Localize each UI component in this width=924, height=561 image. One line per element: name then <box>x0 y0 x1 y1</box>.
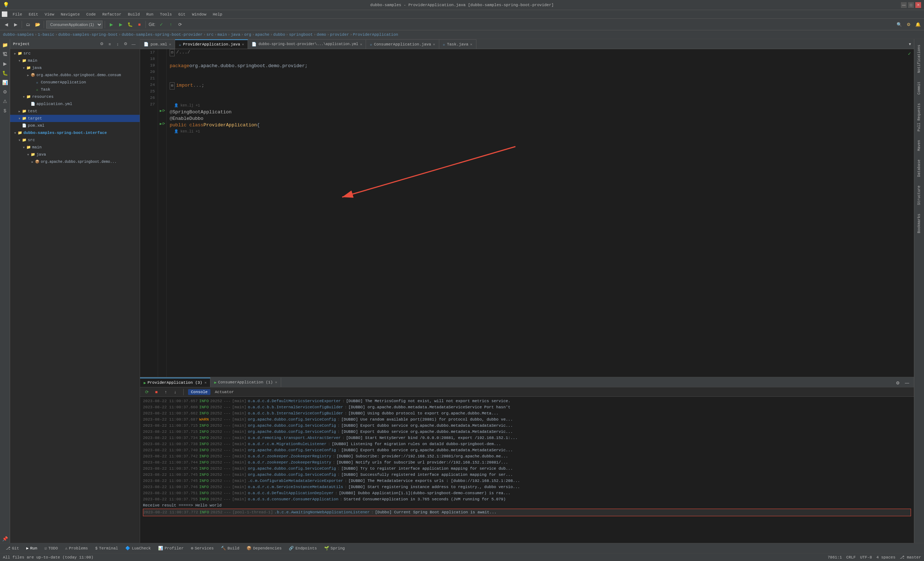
panel-collapse-btn[interactable]: ≡ <box>106 41 113 47</box>
status-files-uptodate[interactable]: All files are up-to-date (today 11:00) <box>3 555 93 560</box>
panel-gear-btn[interactable]: ⚙ <box>122 41 129 47</box>
run-tool-btn[interactable]: ▶ Run <box>24 544 40 552</box>
breadcrumb-src[interactable]: src <box>207 33 214 37</box>
right-tab-pull-requests[interactable]: Pull Requests <box>916 100 922 134</box>
tab-close-consumerapp[interactable]: ✕ <box>433 42 435 46</box>
bottom-settings-btn[interactable]: ⚙ <box>894 379 902 387</box>
status-charset[interactable]: UTF-8 <box>860 555 872 560</box>
notification-button[interactable]: 🔔 <box>914 21 922 28</box>
breadcrumb-dubbo-samples[interactable]: dubbo-samples <box>3 33 34 37</box>
dependencies-tool-btn[interactable]: 📦 Dependencies <box>244 544 284 552</box>
scroll-up-btn[interactable]: ↑ <box>162 388 170 396</box>
tab-close-pomxml[interactable]: ✕ <box>169 42 171 46</box>
run-button[interactable]: ▶ <box>117 21 124 28</box>
breadcrumb-spring-boot[interactable]: dubbo-samples-spring-boot <box>58 33 118 37</box>
open-recent-button[interactable]: 📂 <box>34 21 42 28</box>
tab-close-taskjava[interactable]: ✕ <box>470 42 472 46</box>
tab-providerapp[interactable]: ☕ ProviderApplication.java ✕ <box>175 39 248 49</box>
right-tab-bookmarks[interactable]: Bookmarks <box>916 211 922 236</box>
forward-button[interactable]: ▶ <box>12 21 20 28</box>
close-button[interactable]: ✕ <box>915 2 921 8</box>
project-view-button[interactable]: 🗂 <box>24 21 32 28</box>
bottom-collapse-btn[interactable]: — <box>903 379 911 387</box>
right-tab-database[interactable]: Database <box>916 157 922 180</box>
menu-git[interactable]: Git <box>176 12 188 17</box>
menu-refactor[interactable]: Refactor <box>99 12 124 17</box>
menu-code[interactable]: Code <box>83 12 99 17</box>
endpoints-tool-btn[interactable]: 🔗 Endpoints <box>286 544 320 552</box>
right-tab-structure[interactable]: Structure <box>916 183 922 208</box>
pull-button[interactable]: ⟳ <box>176 21 184 28</box>
run-icon-btn[interactable]: ▶ <box>1 59 9 68</box>
panel-sort-btn[interactable]: ↕ <box>114 41 121 47</box>
menu-window[interactable]: Window <box>189 12 209 17</box>
push-button[interactable]: ↑ <box>167 21 175 28</box>
spring-tool-btn[interactable]: 🌱 Spring <box>321 544 348 552</box>
menu-build[interactable]: Build <box>125 12 142 17</box>
panel-close-btn[interactable]: — <box>130 41 137 47</box>
maximize-button[interactable]: □ <box>908 2 914 8</box>
status-indent[interactable]: 4 spaces <box>876 555 896 560</box>
bottom-tab-provider[interactable]: ▶ ProviderApplication (3) ✕ <box>140 378 210 387</box>
stop-button[interactable]: ■ <box>135 21 143 28</box>
stop-run-btn[interactable]: ■ <box>152 388 160 396</box>
import-fold-icon[interactable]: ⊞ <box>170 82 175 90</box>
debug-button[interactable]: 🐛 <box>126 21 134 28</box>
tree-item-java[interactable]: ▼ 📁 java <box>10 64 140 72</box>
bottom-tab-close-provider[interactable]: ✕ <box>204 381 207 385</box>
breadcrumb-provider[interactable]: dubbo-samples-spring-boot-provider <box>122 33 202 37</box>
status-encoding[interactable]: CRLF <box>846 555 856 560</box>
back-button[interactable]: ◀ <box>2 21 10 28</box>
pin-icon-btn[interactable]: 📌 <box>1 534 9 543</box>
scroll-down-btn[interactable]: ↓ <box>171 388 179 396</box>
menu-edit[interactable]: Edit <box>26 12 41 17</box>
right-tab-notifications[interactable]: Notifications <box>916 42 922 76</box>
right-tab-commit[interactable]: Commit <box>916 79 922 98</box>
status-branch[interactable]: ⎇ master <box>900 555 921 560</box>
profiler-tool-btn[interactable]: 📊 Profiler <box>155 544 187 552</box>
breadcrumb-providerapp[interactable]: ProviderApplication <box>353 33 398 37</box>
breadcrumb-dubbo[interactable]: dubbo <box>273 33 285 37</box>
menu-view[interactable]: View <box>42 12 57 17</box>
problems-tool-btn[interactable]: ⚠ Problems <box>62 544 91 552</box>
tree-item-pomxml[interactable]: 📄 pom.xml <box>10 122 140 129</box>
breadcrumb-1basic[interactable]: 1-basic <box>38 33 54 37</box>
tree-item-resources[interactable]: ▼ 📁 resources <box>10 93 140 100</box>
tree-item-interface[interactable]: ▼ 📁 dubbo-samples-spring-boot-interface <box>10 129 140 136</box>
bottom-tab-close-consumer[interactable]: ✕ <box>275 380 277 384</box>
tree-item-target[interactable]: ▼ 📁 target <box>10 115 140 122</box>
menu-run[interactable]: Run <box>143 12 156 17</box>
menu-file[interactable]: File <box>10 12 25 17</box>
tab-close-appyml[interactable]: ✕ <box>360 42 362 46</box>
tab-consumerapp[interactable]: ☕ ConsumerApplication.java ✕ <box>366 39 439 49</box>
tree-item-interface-src[interactable]: ▼ 📁 src <box>10 136 140 144</box>
git-button[interactable]: Git: <box>148 21 156 28</box>
inner-tab-actuator[interactable]: Actuator <box>212 389 237 395</box>
minimize-button[interactable]: — <box>901 2 907 8</box>
panel-settings-btn[interactable]: ⚙ <box>99 41 105 47</box>
problems-icon-btn[interactable]: ⚠ <box>1 97 9 105</box>
tree-item-task[interactable]: ☕ Task <box>10 86 140 93</box>
tab-close-providerapp[interactable]: ✕ <box>242 42 244 46</box>
tree-item-test[interactable]: ▶ 📁 test <box>10 108 140 115</box>
breadcrumb-main[interactable]: main <box>217 33 226 37</box>
tree-item-main[interactable]: ▼ 📁 main <box>10 57 140 64</box>
breadcrumb-java[interactable]: java <box>231 33 240 37</box>
project-icon-btn[interactable]: 📁 <box>1 40 9 49</box>
menu-navigate[interactable]: Navigate <box>58 12 82 17</box>
terminal-tool-btn[interactable]: $ Terminal <box>92 544 121 552</box>
bottom-tab-consumer[interactable]: ▶ ConsumerApplication (1) ✕ <box>210 378 281 387</box>
tree-item-interface-java[interactable]: ▼ 📁 java <box>10 151 140 158</box>
tree-item-interface-pkg[interactable]: ▶ 📦 org.apache.dubbo.springboot.demo... <box>10 158 140 165</box>
structure-icon-btn[interactable]: 🏗 <box>1 50 9 58</box>
tab-overflow-btn[interactable]: ▾ <box>906 39 914 49</box>
todo-tool-btn[interactable]: ☑ TODO <box>42 544 61 552</box>
git-tool-btn[interactable]: ⎇ Git <box>3 544 22 552</box>
tab-pomxml[interactable]: 📄 pom.xml ✕ <box>140 39 175 49</box>
services-tool-btn[interactable]: ⚙ Services <box>188 544 217 552</box>
tree-item-package[interactable]: ▶ 📦 org.apache.dubbo.springboot.demo.con… <box>10 72 140 79</box>
tab-taskjava[interactable]: ☕ Task.java ✕ <box>439 39 476 49</box>
commit-button[interactable]: ✓ <box>158 21 165 28</box>
profiler-icon-btn[interactable]: 📊 <box>1 78 9 87</box>
tab-appyml[interactable]: 📄 dubbo-spring-boot-provider\...\applica… <box>248 39 366 49</box>
